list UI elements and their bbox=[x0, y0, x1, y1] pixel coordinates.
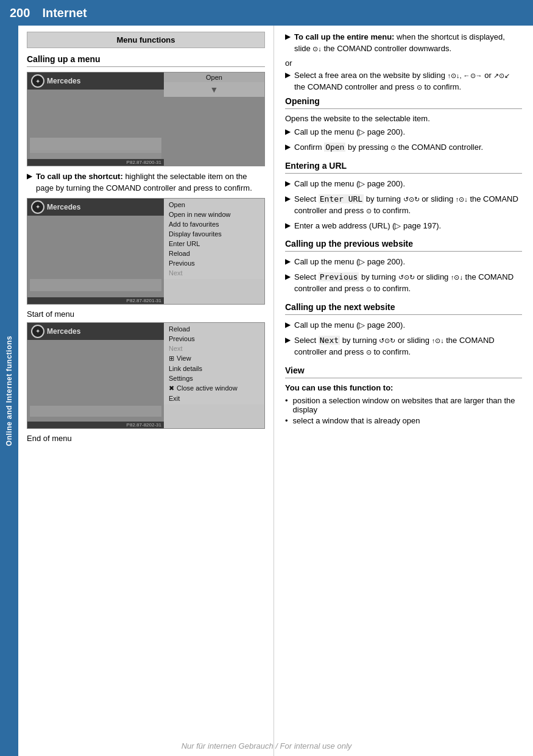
screenshot-1-topbar: ✦ Mercedes bbox=[27, 72, 164, 90]
bullet-dot-1: • bbox=[285, 396, 288, 405]
view-bullet-2: • select a window that is already open bbox=[285, 416, 522, 425]
screenshot-1-brand: Mercedes bbox=[47, 77, 80, 85]
ctrl-sym-5: ⊙ bbox=[390, 144, 396, 151]
bullet-arrow-10: ▶ bbox=[285, 272, 291, 281]
opening-bullet-2-text: Confirm Open by pressing ⊙ the COMAND co… bbox=[294, 142, 483, 154]
menu-item-display-fav: Display favourites bbox=[164, 229, 264, 239]
menu-item-next-2: Next bbox=[164, 344, 264, 353]
screenshot-1-footer: P82.87-8200-31 bbox=[27, 159, 164, 166]
prev-website-bullet-1-text: Call up the menu (▷ page 200). bbox=[294, 256, 405, 268]
menu-functions-box: Menu functions bbox=[27, 32, 265, 48]
entering-url-bullet-2: ▶ Select Enter URL by turning ↺⊙↻ or sli… bbox=[285, 194, 522, 217]
prev-website-bullet-2: ▶ Select Previous by turning ↺⊙↻ or slid… bbox=[285, 272, 522, 295]
entering-url-divider bbox=[285, 173, 522, 174]
screenshot-3-image: ✦ Mercedes P82.87-8202-31 bbox=[27, 323, 164, 428]
opening-bullet-1-text: Call up the menu (▷ page 200). bbox=[294, 127, 405, 138]
screenshot-2-image: ✦ Mercedes P82.87-8201-31 bbox=[27, 199, 164, 304]
prev-website-bullet-2-text: Select Previous by turning ↺⊙↻ or slidin… bbox=[294, 272, 522, 295]
bullet-shortcut: ▶ To call up the shortcut: highlight the… bbox=[27, 171, 265, 194]
section-view: View You can use this function to: • pos… bbox=[285, 366, 522, 425]
bullet-arrow-5: ▶ bbox=[285, 143, 291, 151]
screenshot-1-image: ✦ Mercedes P82.87-8200-31 bbox=[27, 72, 164, 166]
ctrl-sym-8: ⊙ bbox=[366, 207, 372, 214]
view-icon: ⊞ bbox=[169, 355, 174, 362]
menu-label-previous: Previous bbox=[319, 272, 359, 281]
ctrl-sym-3: ↗⊙↙ bbox=[493, 72, 510, 79]
entering-url-bullet-1: ▶ Call up the menu (▷ page 200). bbox=[285, 178, 522, 190]
main-container: Menu functions Calling up a menu ✦ Merce… bbox=[18, 26, 533, 756]
bullet-arrow-1: ▶ bbox=[27, 172, 32, 180]
ctrl-sym-13: ↑⊙↓ bbox=[432, 337, 444, 344]
menu-item-add-fav: Add to favourites bbox=[164, 219, 264, 229]
screenshot-1-menu: Open ▼ bbox=[164, 72, 264, 166]
opening-divider bbox=[285, 108, 522, 109]
menu-item-open-new: Open in new window bbox=[164, 210, 264, 219]
ctrl-sym-9: ↺⊙↻ bbox=[398, 274, 415, 281]
bullet-entire-menu-text: To call up the entire menu: when the sho… bbox=[294, 32, 522, 55]
page-header: 200 Internet bbox=[0, 0, 533, 26]
screenshot-2-topbar: ✦ Mercedes bbox=[27, 199, 164, 216]
menu-item-previous-2: Previous bbox=[164, 334, 264, 344]
bullet-dot-2: • bbox=[285, 416, 288, 425]
prev-website-divider bbox=[285, 251, 522, 252]
view-bullet-1-text: position a selection window on websites … bbox=[293, 396, 522, 414]
section-entering-url: Entering a URL ▶ Call up the menu (▷ pag… bbox=[285, 161, 522, 231]
menu-item-reload-2: Reload bbox=[164, 324, 264, 334]
screenshot-2-footer: P82.87-8201-31 bbox=[27, 297, 164, 304]
screenshot-2-brand: Mercedes bbox=[47, 203, 80, 211]
screenshot-2-menu-list: Open Open in new window Add to favourite… bbox=[164, 199, 264, 279]
screenshot-3-brand: Mercedes bbox=[47, 327, 80, 336]
ctrl-sym-2: ↑⊙↓, ←⊙→ bbox=[447, 72, 482, 79]
mercedes-logo-3: ✦ bbox=[31, 325, 44, 338]
view-heading: View bbox=[285, 366, 522, 375]
opening-heading: Opening bbox=[285, 96, 522, 106]
next-website-bullet-1-text: Call up the menu (▷ page 200). bbox=[294, 320, 405, 331]
bullet-shortcut-prefix: To call up the shortcut: bbox=[36, 172, 123, 181]
entering-url-bullet-2-text: Select Enter URL by turning ↺⊙↻ or slidi… bbox=[294, 194, 522, 217]
menu-label-next: Next bbox=[319, 336, 340, 345]
screenshot-3-topbar: ✦ Mercedes bbox=[27, 323, 164, 340]
next-website-bullet-1: ▶ Call up the menu (▷ page 200). bbox=[285, 320, 522, 331]
bullet-arrow-6: ▶ bbox=[285, 179, 291, 188]
bullet-arrow-8: ▶ bbox=[285, 221, 291, 230]
ctrl-sym-7: ↑⊙↓ bbox=[456, 196, 468, 203]
ctrl-sym-12: ↺⊙↻ bbox=[379, 337, 395, 344]
menu-item-settings: Settings bbox=[164, 373, 264, 383]
view-divider bbox=[285, 378, 522, 378]
menu-item-next: Next bbox=[164, 268, 264, 278]
screenshot-2: ✦ Mercedes P82.87-8201-31 Open Open in n… bbox=[27, 198, 265, 305]
menu-item-view: ⊞ View bbox=[164, 353, 264, 364]
screenshot-3-footer: P82.87-8202-31 bbox=[27, 422, 164, 428]
entering-url-heading: Entering a URL bbox=[285, 161, 522, 171]
footer-watermark: Nur für internen Gebrauch / For internal… bbox=[0, 741, 533, 751]
menu-item-open: Open bbox=[164, 200, 264, 210]
bullet-entire-menu-prefix: To call up the entire menu: bbox=[294, 32, 394, 41]
or-separator: or bbox=[285, 58, 522, 68]
screenshot-1-open-btn: Open bbox=[164, 72, 264, 82]
next-website-bullet-2: ▶ Select Next by turning ↺⊙↻ or sliding … bbox=[285, 335, 522, 358]
right-column: ▶ To call up the entire menu: when the s… bbox=[274, 26, 533, 756]
calling-up-menu-heading: Calling up a menu bbox=[27, 54, 265, 64]
menu-item-exit: Exit bbox=[164, 394, 264, 403]
menu-item-reload: Reload bbox=[164, 249, 264, 258]
ctrl-sym-10: ↑⊙↓ bbox=[451, 274, 463, 281]
ctrl-sym-14: ⊙ bbox=[366, 348, 372, 356]
screenshot-3-menu-list: Reload Previous Next ⊞ View Link details… bbox=[164, 323, 264, 404]
menu-item-link-details: Link details bbox=[164, 364, 264, 373]
menu-item-enter-url: Enter URL bbox=[164, 239, 264, 249]
opening-desc: Opens the website to the selectable item… bbox=[285, 114, 522, 123]
menu-label-enter-url: Enter URL bbox=[319, 194, 364, 203]
view-subheading: You can use this function to: bbox=[285, 383, 522, 392]
opening-bullet-2: ▶ Confirm Open by pressing ⊙ the COMAND … bbox=[285, 142, 522, 154]
ctrl-sym-11: ⊙ bbox=[366, 285, 372, 292]
menu-label-open: Open bbox=[324, 143, 345, 152]
screenshot-3: ✦ Mercedes P82.87-8202-31 Reload Previou… bbox=[27, 322, 265, 429]
bullet-entire-menu: ▶ To call up the entire menu: when the s… bbox=[285, 32, 522, 55]
mercedes-logo-2: ✦ bbox=[31, 200, 44, 214]
menu-item-close-window: ✖ Close active window bbox=[164, 383, 264, 394]
ctrl-sym-1: ⊙↓ bbox=[312, 45, 322, 52]
sidebar-label: Online and Internet functions bbox=[5, 336, 13, 446]
bullet-arrow-3: ▶ bbox=[285, 71, 291, 79]
page-title: Internet bbox=[42, 6, 86, 20]
page-number: 200 bbox=[10, 6, 30, 20]
